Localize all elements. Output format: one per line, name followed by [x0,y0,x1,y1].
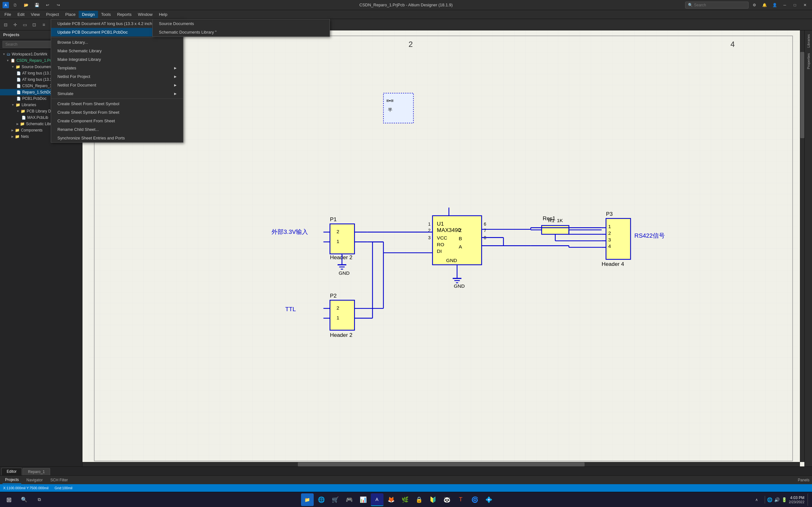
select-tool[interactable]: ▭ [20,20,29,29]
search-button[interactable]: 🔍 [18,493,31,506]
libraries-label: Libraries [21,103,36,107]
taskbar-app-7[interactable]: 🔒 [413,493,425,506]
task-view-button[interactable]: ⧉ [33,493,46,506]
dropdown-netlist-project[interactable]: Netlist For Project ▶ [51,72,183,81]
search-icon: 🔍 [688,3,693,7]
svg-text:RS422信号: RS422信号 [635,232,665,239]
menu-file[interactable]: File [1,11,14,18]
svg-text:外部3.3V输入: 外部3.3V输入 [271,228,308,235]
dropdown-browse-library[interactable]: Browse Library... [51,37,183,47]
panels-label: Panels [798,478,809,482]
vertical-scrollbar[interactable] [800,31,804,462]
dropdown-make-int-lib[interactable]: Make Integrated Library [51,55,183,64]
dropdown-sync-sheet[interactable]: Synchronize Sheet Entries and Ports [51,134,183,142]
dropdown-create-sheet-sym[interactable]: Create Sheet Symbol From Sheet [51,108,183,117]
save-btn[interactable]: 💾 [32,2,41,9]
coords-display: X:1100.000mil Y:7500.000mil Grid:100mil [3,486,72,490]
taskbar-app-8[interactable]: 🔰 [426,493,439,506]
menu-help[interactable]: Help [156,11,171,18]
svg-text:Header 4: Header 4 [602,261,624,267]
taskbar-app-4[interactable]: 📊 [357,493,369,506]
start-button[interactable]: ⊞ [3,493,15,506]
undo-btn[interactable]: ↩ [43,2,52,9]
align-center-tool[interactable]: ≡ [39,20,48,29]
folder-icon4: 📁 [20,122,25,126]
taskbar-edge[interactable]: 🌐 [315,493,328,506]
bottom-tab-navigator[interactable]: Navigator [24,476,45,484]
svg-text:TTL: TTL [285,306,296,313]
horizontal-scrollbar[interactable] [83,462,800,466]
redo-btn[interactable]: ↪ [54,2,63,9]
netlist-doc-arrow: ▶ [174,83,177,87]
taskbar-app-6[interactable]: 🌿 [399,493,411,506]
show-hidden-icons[interactable]: ∧ [750,493,763,506]
new-btn[interactable]: 🗋 [11,2,20,9]
file-5-label: PCB1.PcbDoc [22,96,47,101]
taskbar-altium[interactable]: A [371,493,384,506]
svg-text:P1: P1 [330,216,337,222]
align-left-tool[interactable]: ⊡ [30,20,39,29]
dropdown-make-sch-lib[interactable]: Make Schematic Library [51,47,183,55]
menu-tools[interactable]: Tools [98,11,114,18]
add-tool[interactable]: ✛ [11,20,20,29]
taskbar-app-11[interactable]: 🌀 [468,493,481,506]
taskbar-app-12[interactable]: 💠 [483,493,495,506]
filter-tool[interactable]: ⊟ [1,20,10,29]
dropdown-create-component[interactable]: Create Component From Sheet [51,117,183,125]
open-btn[interactable]: 📂 [21,2,31,9]
title-search-box[interactable]: 🔍 [685,2,749,9]
bottom-tab-sch-filter[interactable]: SCH Filter [48,476,70,484]
dropdown-create-sheet[interactable]: Create Sheet From Sheet Symbol [51,99,183,108]
simulate-arrow: ▶ [174,92,177,95]
dropdown-rename-child[interactable]: Rename Child Sheet... [51,125,183,134]
netlist-project-arrow: ▶ [174,75,177,78]
notification-icon[interactable]: 🔔 [760,2,769,9]
taskbar-app-10[interactable]: T [455,493,467,506]
taskbar-sep [765,496,765,504]
taskbar-windows-store[interactable]: 🛒 [329,493,342,506]
right-panel: Libraries Properties [804,31,812,466]
expand-icon: ▼ [16,110,19,113]
maximize-button[interactable]: □ [791,2,799,9]
title-search-input[interactable] [694,3,739,7]
taskbar-explorer[interactable]: 📁 [301,493,314,506]
components-label: Components [21,128,43,132]
dropdown-templates[interactable]: Templates ▶ [51,64,183,72]
submenu-sch-lib[interactable]: Schematic Documents Library " [153,28,329,37]
minimize-button[interactable]: ─ [780,2,789,9]
expand-icon: ▼ [11,103,14,107]
show-desktop[interactable] [808,493,809,506]
tab-reparo[interactable]: Reparo_1 [22,468,50,475]
bottom-tab-projects[interactable]: Projects [3,476,21,484]
right-tab-libraries[interactable]: Libraries [805,32,812,50]
menu-place[interactable]: Place [62,11,79,18]
taskbar-app-9[interactable]: 🐼 [441,493,453,506]
right-tab-properties[interactable]: Properties [805,51,812,72]
dropdown-simulate[interactable]: Simulate ▶ [51,89,183,98]
panels-btn[interactable]: Panels [798,477,809,482]
network-icon[interactable]: 🌐 [767,497,772,502]
taskbar-app-5[interactable]: 🦊 [385,493,397,506]
canvas-area[interactable]: 2 4 2 1 P1 Header 2 GND [83,31,804,466]
settings-icon[interactable]: ⚙ [750,2,759,9]
file-4-label: Reparo_1.SchDoc [22,90,53,95]
menu-edit[interactable]: Edit [14,11,28,18]
file-icon: 📄 [16,71,21,75]
menu-window[interactable]: Window [135,11,156,18]
menu-view[interactable]: View [28,11,43,18]
user-icon[interactable]: 👤 [770,2,779,9]
tab-editor[interactable]: Editor [1,468,22,475]
file-icon5: 📄 [16,97,21,101]
svg-text:2: 2 [608,230,611,236]
clock[interactable]: 4:03 PM 2/23/2022 [789,496,804,504]
volume-icon[interactable]: 🔊 [774,497,780,502]
battery-icon[interactable]: 🔋 [781,497,787,502]
menu-project[interactable]: Project [43,11,62,18]
dropdown-netlist-doc[interactable]: Netlist For Document ▶ [51,81,183,89]
menu-reports[interactable]: Reports [114,11,135,18]
file-icon3: 📄 [16,84,21,88]
submenu-source-docs[interactable]: Source Documents [153,19,329,28]
taskbar-app-3[interactable]: 🎮 [343,493,356,506]
close-button[interactable]: ✕ [801,2,809,9]
menu-design[interactable]: Design [79,11,98,18]
